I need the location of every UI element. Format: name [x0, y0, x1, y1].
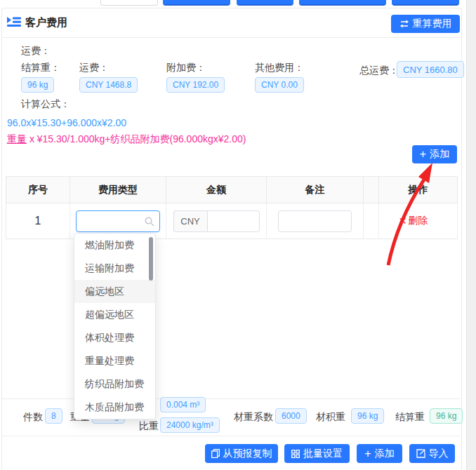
- other-fee-label: 其他费用：: [255, 62, 304, 74]
- fee-table: 序号 费用类型 金额 备注 操作 1 CNY: [6, 176, 458, 239]
- fee-table-header-row: 序号 费用类型 金额 备注 操作: [6, 176, 458, 203]
- copy-icon: [211, 449, 220, 458]
- close-icon: ✕: [399, 215, 407, 227]
- sync-icon: [399, 20, 409, 28]
- surcharge-label: 附加费：: [166, 62, 206, 74]
- header-divider: [2, 37, 461, 38]
- settle-weight-label: 结算重：: [21, 62, 60, 74]
- grid-icon: [291, 450, 300, 458]
- copy-from-forecast-button[interactable]: 从预报复制: [205, 444, 278, 463]
- freight-group-label: 运费：: [21, 45, 51, 58]
- freight-label: 运费：: [79, 62, 109, 74]
- top-partial-button-4[interactable]: [392, 0, 459, 6]
- footer-divider: [2, 436, 461, 436]
- amount-input[interactable]: [207, 210, 260, 232]
- vol-weight-factor-label: 材重系数: [234, 411, 273, 424]
- col-header-note: 备注: [267, 177, 364, 203]
- dropdown-scrollbar-thumb[interactable]: [149, 237, 153, 281]
- note-cell: [267, 203, 364, 239]
- import-button[interactable]: 导入: [409, 444, 455, 463]
- settle-weight-bottom-label: 结算重: [395, 411, 425, 424]
- volumetric-weight-tag: 96 kg: [351, 408, 384, 424]
- pieces-tag: 8: [45, 408, 62, 424]
- formula-weight-link[interactable]: 重量: [7, 133, 27, 145]
- col-header-index: 序号: [6, 177, 70, 203]
- settle-weight-bottom-tag: 96 kg: [430, 408, 463, 424]
- delete-row-label: 删除: [408, 215, 428, 227]
- amount-cell: CNY: [166, 203, 267, 239]
- recalc-fee-button[interactable]: 重算费用: [391, 15, 460, 33]
- add-fee-row-button[interactable]: + 添加: [412, 145, 457, 163]
- batch-setting-label: 批量设置: [303, 448, 343, 460]
- add-button-bottom[interactable]: + 添加: [357, 444, 402, 463]
- fee-type-dropdown: 燃油附加费 运输附加费 偏远地区 超偏远地区 体积处理费 重量处理费 纺织品附加…: [74, 233, 156, 419]
- top-partial-input[interactable]: [100, 0, 158, 6]
- dropdown-option-super-remote-area[interactable]: 超偏远地区: [74, 303, 155, 326]
- add-button-bottom-label: 添加: [375, 448, 395, 460]
- formula-label: 计算公式：: [21, 98, 70, 111]
- dropdown-option-remote-area[interactable]: 偏远地区: [74, 280, 155, 303]
- total-freight-tag: CNY 1660.80: [397, 61, 464, 78]
- top-partial-button-1[interactable]: [163, 0, 230, 6]
- volume-tag: 0.004 m³: [160, 397, 206, 412]
- vol-weight-factor-tag: 6000: [275, 408, 307, 424]
- surcharge-tag: CNY 192.00: [166, 77, 225, 93]
- dropdown-option-textile-surcharge[interactable]: 纺织品附加费: [74, 372, 155, 396]
- pieces-label: 件数: [23, 411, 43, 424]
- detail-list-icon: [7, 17, 21, 28]
- spacer-cell: [364, 203, 379, 239]
- row-index: 1: [6, 203, 70, 239]
- col-header-fee-type: 费用类型: [70, 177, 166, 203]
- plus-icon: +: [420, 149, 426, 160]
- batch-setting-button[interactable]: 批量设置: [284, 444, 350, 463]
- dropdown-option-wood-surcharge[interactable]: 木质品附加费: [74, 396, 155, 419]
- page-scrollbar[interactable]: [466, 0, 476, 470]
- note-input[interactable]: [278, 210, 352, 232]
- search-icon: [145, 217, 154, 227]
- summary-divider: [2, 398, 461, 399]
- settle-weight-tag: 96 kg: [21, 77, 54, 93]
- import-label: 导入: [429, 448, 449, 460]
- col-header-action: 操作: [379, 177, 458, 203]
- delete-row-button[interactable]: ✕删除: [399, 215, 428, 227]
- other-fee-tag: CNY 0.00: [255, 77, 304, 93]
- copy-from-forecast-label: 从预报复制: [223, 448, 272, 460]
- density-tag: 24000 kg/m³: [160, 417, 220, 433]
- freight-tag: CNY 1468.8: [79, 77, 138, 93]
- density-label: 比重: [139, 420, 159, 433]
- top-partial-button-2[interactable]: [237, 0, 293, 6]
- currency-prefix: CNY: [173, 210, 207, 232]
- recalc-fee-label: 重算费用: [413, 18, 452, 30]
- dropdown-option-fuel-surcharge[interactable]: 燃油附加费: [74, 234, 155, 257]
- top-partial-button-3[interactable]: [299, 0, 386, 6]
- plus-icon: +: [364, 448, 371, 459]
- dropdown-option-volume-handling[interactable]: 体积处理费: [74, 326, 155, 349]
- col-header-spacer: [364, 177, 379, 203]
- col-header-amount: 金额: [166, 177, 267, 203]
- formula-line-1: 96.0x¥15.30+96.000x¥2.00: [7, 117, 126, 128]
- formula-line-2-rest: x ¥15.30/1.000kg+纺织品附加费(96.000kgx¥2.00): [27, 133, 246, 145]
- import-icon: [416, 449, 425, 458]
- action-cell: ✕删除: [379, 203, 458, 239]
- add-fee-row-label: 添加: [430, 148, 449, 161]
- fee-type-select[interactable]: [76, 210, 160, 232]
- screen: 客户费用 重算费用 运费： 结算重： 96 kg 运费： CNY 1468.8 …: [0, 0, 476, 470]
- dropdown-option-weight-handling[interactable]: 重量处理费: [74, 349, 155, 372]
- dropdown-option-transport-surcharge[interactable]: 运输附加费: [74, 257, 155, 280]
- total-freight-label: 总运费：: [359, 65, 399, 77]
- formula-line-2: 重量 x ¥15.30/1.000kg+纺织品附加费(96.000kgx¥2.0…: [7, 133, 246, 146]
- volumetric-weight-label: 材积重: [316, 411, 345, 424]
- page-title: 客户费用: [25, 16, 67, 29]
